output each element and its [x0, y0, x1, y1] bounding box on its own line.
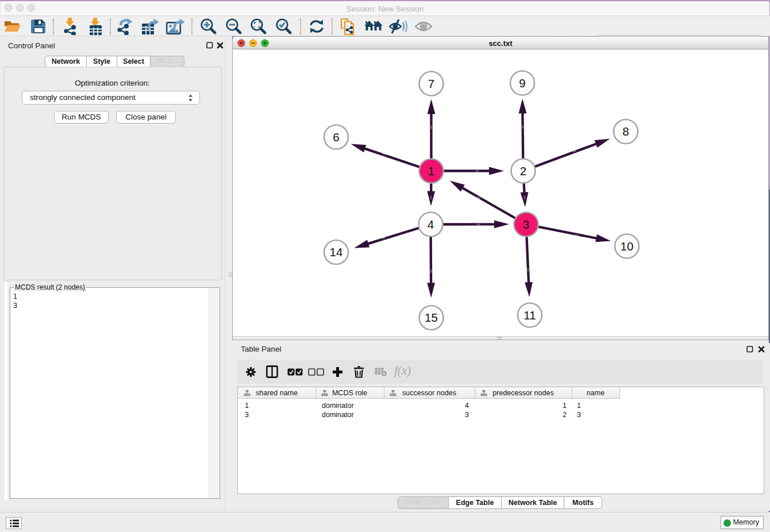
svg-text:2: 2 — [520, 164, 526, 178]
svg-text:14: 14 — [330, 245, 343, 259]
svg-text:11: 11 — [523, 309, 536, 322]
svg-text:9: 9 — [519, 76, 525, 90]
svg-text:10: 10 — [621, 240, 634, 253]
svg-text:3: 3 — [523, 218, 529, 231]
svg-text:15: 15 — [425, 311, 438, 324]
svg-text:8: 8 — [622, 125, 629, 138]
svg-text:4: 4 — [428, 218, 434, 231]
svg-text:6: 6 — [333, 130, 339, 144]
svg-text:1: 1 — [428, 164, 434, 178]
svg-text:7: 7 — [428, 77, 434, 90]
